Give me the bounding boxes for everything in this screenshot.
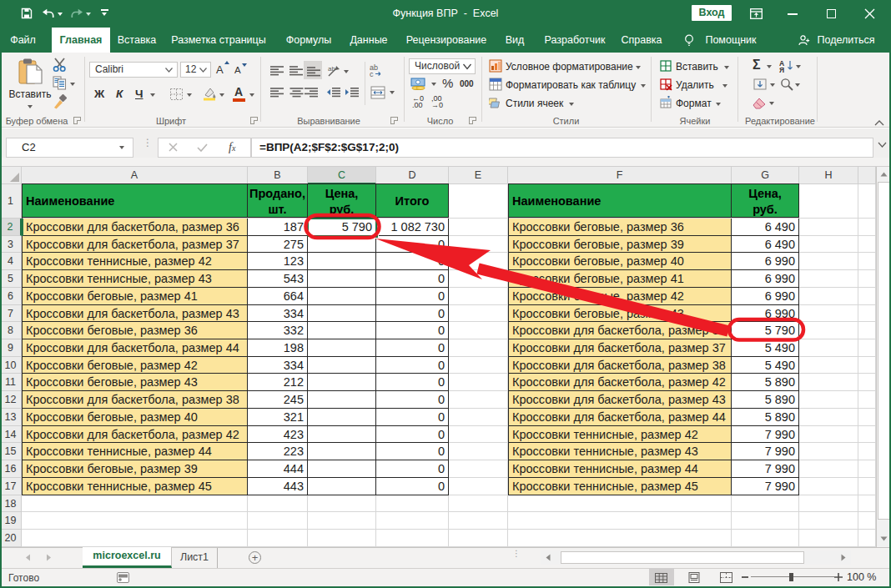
svg-text:ab: ab	[328, 65, 335, 73]
svg-text:c: c	[370, 70, 374, 78]
svg-text:,00: ,00	[412, 101, 423, 108]
svg-text:→0: →0	[431, 101, 443, 108]
svg-text:Я: Я	[779, 66, 784, 73]
